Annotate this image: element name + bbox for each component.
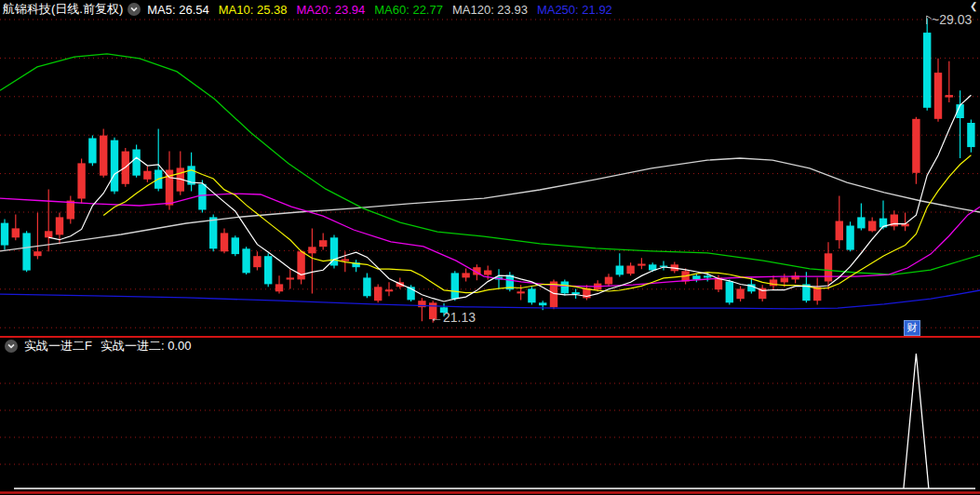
caifu-badge[interactable]: 财	[904, 320, 920, 336]
low-price-label: ←21.13	[430, 310, 476, 325]
indicator-name: 实战一进二F	[24, 338, 92, 355]
high-price-label: ~29.03	[932, 12, 972, 27]
indicator-value: 实战一进二: 0.00	[101, 338, 192, 355]
indicator-chart-canvas[interactable]	[0, 341, 980, 495]
collapse-main-chart-icon[interactable]	[128, 3, 141, 16]
collapse-indicator-icon[interactable]	[5, 340, 18, 353]
ma10-legend: MA10: 25.38	[219, 3, 288, 17]
ma250-legend: MA250: 21.92	[537, 3, 612, 17]
stock-title: 航锦科技(日线.前复权)	[3, 1, 123, 18]
indicator-header: 实战一进二F 实战一进二: 0.00	[3, 338, 191, 355]
chevron-down-icon	[129, 5, 139, 14]
stock-chart-window: 航锦科技(日线.前复权) MA5: 26.54 MA10: 25.38 MA20…	[0, 0, 980, 495]
ma20-legend: MA20: 23.94	[297, 3, 366, 17]
ma5-legend: MA5: 26.54	[147, 3, 209, 17]
main-chart-header: 航锦科技(日线.前复权) MA5: 26.54 MA10: 25.38 MA20…	[0, 0, 622, 19]
ma60-legend: MA60: 22.77	[374, 3, 443, 17]
chevron-down-icon	[7, 341, 16, 351]
corner-collapse-icon[interactable]: ❮	[970, 1, 977, 11]
ma120-legend: MA120: 23.93	[452, 3, 528, 17]
main-chart-canvas[interactable]	[0, 0, 980, 341]
